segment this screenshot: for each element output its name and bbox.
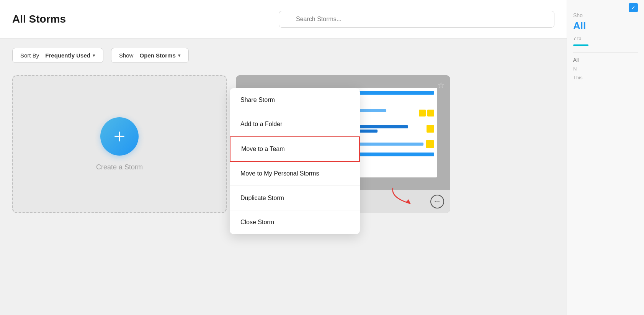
sidebar-teal-bar [573,44,588,46]
sort-value: Frequently Used [45,52,90,59]
context-menu: Share Storm Add to a Folder Move to a Te… [230,88,360,234]
context-menu-duplicate[interactable]: Duplicate Storm [230,186,360,210]
context-menu-personal[interactable]: Move to My Personal Storms [230,162,360,186]
search-container: 🔍 [279,11,554,28]
add-folder-label: Add to a Folder [240,121,282,128]
close-storm-label: Close Storm [240,219,274,226]
move-personal-label: Move to My Personal Storms [240,170,319,177]
sidebar-no-content: N [573,66,638,72]
context-menu-team[interactable]: Move to a Team [230,136,360,162]
page-title: All Storms [12,13,66,25]
create-circle-icon: + [100,117,139,156]
show-label: Show [119,52,134,59]
sort-chevron-icon: ▾ [93,52,95,58]
create-storm-label: Create a Storm [96,163,143,171]
sidebar-tabs-count: 7 ta [573,36,638,41]
move-team-label: Move to a Team [241,146,285,153]
right-sidebar: ✓ Sho All 7 ta All N This [567,0,644,315]
star-icon[interactable]: ☆ [437,80,445,90]
plus-icon: + [114,126,125,146]
duplicate-storm-label: Duplicate Storm [240,195,284,202]
context-menu-close[interactable]: Close Storm [230,210,360,234]
sidebar-all-label: All [573,20,638,32]
more-options-button[interactable]: ··· [430,195,444,208]
create-storm-card[interactable]: + Create a Storm [12,75,227,213]
sidebar-section-label: All [573,57,638,63]
share-storm-label: Share Storm [240,97,275,103]
checkmark-badge: ✓ [629,3,638,12]
sort-label: Sort By [20,52,39,59]
search-input[interactable] [279,11,554,28]
context-menu-folder[interactable]: Add to a Folder [230,112,360,136]
show-chevron-icon: ▾ [178,52,181,58]
filter-bar: Sort By Frequently Used ▾ Show Open Stor… [0,39,567,72]
show-value: Open Storms [140,52,176,59]
sidebar-no-content-sub: This [573,75,638,80]
search-wrapper: 🔍 [279,11,554,28]
context-menu-share[interactable]: Share Storm [230,88,360,112]
sort-filter-button[interactable]: Sort By Frequently Used ▾ [12,48,103,63]
show-filter-button[interactable]: Show Open Storms ▾ [111,48,189,63]
more-dots-icon: ··· [435,199,440,205]
header-bar: All Storms 🔍 [0,0,567,39]
sidebar-show-label: Sho [573,12,638,18]
